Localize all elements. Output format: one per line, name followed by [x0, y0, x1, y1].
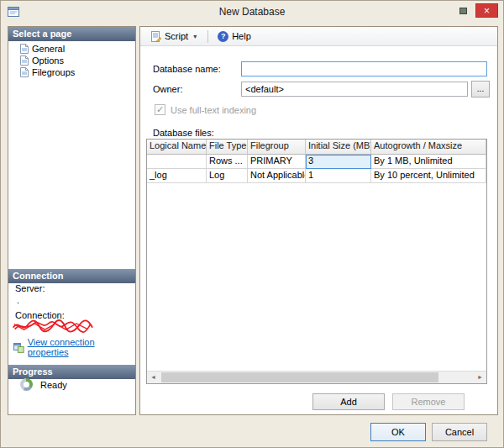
- sidebar-item-label: Options: [32, 55, 64, 66]
- help-button[interactable]: ? Help: [213, 29, 256, 45]
- cancel-button[interactable]: Cancel: [432, 423, 487, 441]
- toolbar-separator: [207, 30, 208, 43]
- page-icon: [20, 67, 29, 77]
- database-name-label: Database name:: [153, 64, 221, 74]
- select-page-header: Select a page: [8, 27, 135, 41]
- progress-header: Progress: [8, 365, 135, 379]
- sidebar-item-general[interactable]: General: [8, 43, 135, 55]
- server-value: .: [17, 295, 19, 305]
- page-icon: [20, 44, 29, 54]
- sidebar-item-filegroups[interactable]: Filegroups: [8, 66, 135, 78]
- scroll-left-button[interactable]: ◄: [147, 372, 160, 383]
- server-label: Server:: [15, 283, 45, 293]
- sidebar-item-options[interactable]: Options: [8, 55, 135, 66]
- grid-column-header[interactable]: Autogrowth / Maxsize: [371, 140, 486, 155]
- script-dropdown-arrow[interactable]: ▾: [192, 33, 198, 40]
- owner-browse-button[interactable]: ...: [471, 81, 490, 98]
- fulltext-checkbox: ✓: [155, 104, 165, 115]
- scroll-thumb[interactable]: [161, 372, 438, 382]
- grid-column-header[interactable]: Initial Size (MB): [306, 140, 371, 155]
- add-button[interactable]: Add: [312, 393, 385, 410]
- sidebar-item-label: General: [32, 44, 65, 54]
- new-database-dialog: New Database × Select a page General Opt…: [0, 0, 504, 448]
- connection-properties-icon: [13, 342, 24, 353]
- grid-cell[interactable]: By 1 MB, Unlimited: [371, 155, 486, 169]
- grid-cell[interactable]: PRIMARY: [248, 155, 306, 169]
- database-name-input[interactable]: [241, 61, 487, 76]
- maximize-icon: [459, 8, 467, 14]
- owner-input[interactable]: [241, 82, 468, 97]
- help-icon: ?: [218, 31, 228, 42]
- redacted-connection-name: [12, 319, 99, 334]
- grid-cell-selected[interactable]: 3: [306, 155, 371, 169]
- grid-cell[interactable]: Rows ...: [207, 155, 248, 169]
- window-title: New Database: [219, 6, 286, 18]
- progress-status: Ready: [40, 380, 67, 390]
- ok-button[interactable]: OK: [370, 423, 426, 441]
- grid-cell[interactable]: 1: [306, 169, 371, 183]
- database-files-grid: Logical Name File Type Filegroup Initial…: [146, 139, 487, 384]
- script-icon: [150, 31, 161, 42]
- script-label: Script: [165, 31, 188, 41]
- remove-button[interactable]: Remove: [392, 393, 465, 410]
- titlebar: New Database ×: [1, 1, 503, 23]
- grid-cell[interactable]: _log: [147, 169, 207, 183]
- connection-header: Connection: [8, 269, 135, 283]
- sidebar: Select a page General Options Filegroups…: [8, 26, 136, 415]
- scroll-right-icon: ►: [477, 374, 483, 380]
- close-button[interactable]: ×: [475, 3, 498, 18]
- sidebar-item-label: Filegroups: [32, 67, 75, 77]
- main-panel: Script ▾ ? Help Database name: Owner: ..…: [139, 26, 498, 415]
- toolbar: Script ▾ ? Help: [140, 27, 497, 46]
- maximize-button[interactable]: [454, 3, 472, 18]
- grid-cell[interactable]: Not Applicable: [248, 169, 306, 183]
- scroll-right-button[interactable]: ►: [474, 372, 486, 383]
- grid-header-row: Logical Name File Type Filegroup Initial…: [147, 140, 486, 155]
- grid-cell[interactable]: [147, 155, 207, 169]
- grid-cell[interactable]: By 10 percent, Unlimited: [371, 169, 486, 183]
- fulltext-label: Use full-text indexing: [171, 105, 256, 115]
- grid-column-header[interactable]: Filegroup: [248, 140, 306, 155]
- app-icon: [7, 5, 20, 18]
- grid-cell[interactable]: Log: [207, 169, 248, 183]
- grid-column-header[interactable]: Logical Name: [147, 140, 207, 155]
- page-tree: General Options Filegroups: [8, 43, 135, 78]
- check-icon: ✓: [156, 104, 164, 114]
- fulltext-checkbox-row: ✓ Use full-text indexing: [155, 104, 256, 115]
- help-label: Help: [232, 31, 251, 41]
- grid-row: _log Log Not Applicable 1 By 10 percent,…: [147, 169, 486, 183]
- grid-hscrollbar: ◄ ►: [147, 371, 486, 383]
- view-connection-properties-link[interactable]: View connection properties: [28, 337, 135, 357]
- owner-label: Owner:: [153, 84, 182, 94]
- script-button[interactable]: Script ▾: [145, 29, 203, 45]
- scroll-left-icon: ◄: [150, 374, 156, 380]
- progress-spinner-icon: [20, 378, 33, 391]
- database-files-label: Database files:: [153, 128, 214, 138]
- close-icon: ×: [484, 5, 490, 17]
- grid-column-header[interactable]: File Type: [207, 140, 248, 155]
- page-icon: [20, 55, 29, 66]
- grid-row: Rows ... PRIMARY 3 By 1 MB, Unlimited: [147, 155, 486, 169]
